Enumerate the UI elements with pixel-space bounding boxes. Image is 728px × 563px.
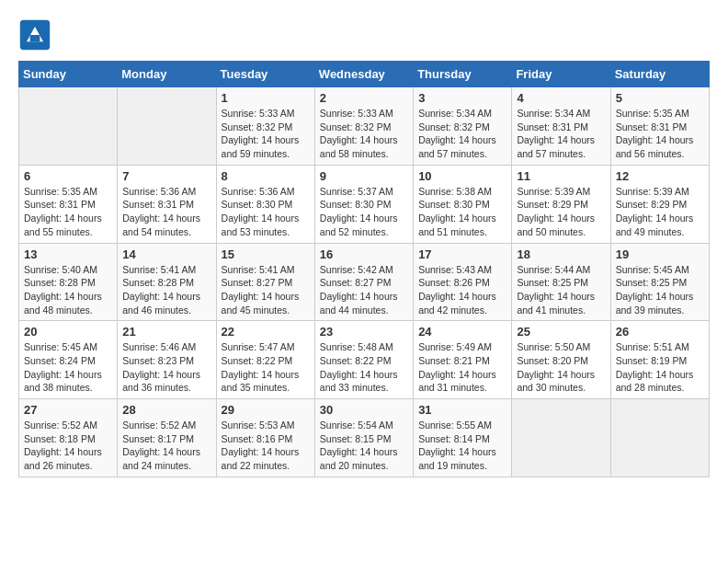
day-info: Sunrise: 5:41 AM Sunset: 8:28 PM Dayligh… (122, 263, 210, 317)
logo (18, 18, 55, 52)
day-number: 3 (418, 91, 506, 105)
calendar-cell (19, 87, 118, 166)
day-number: 21 (122, 325, 210, 339)
day-info: Sunrise: 5:52 AM Sunset: 8:18 PM Dayligh… (24, 419, 112, 473)
calendar-cell: 30Sunrise: 5:54 AM Sunset: 8:15 PM Dayli… (314, 399, 413, 477)
day-info: Sunrise: 5:48 AM Sunset: 8:22 PM Dayligh… (320, 340, 408, 395)
day-number: 29 (222, 403, 310, 417)
day-info: Sunrise: 5:37 AM Sunset: 8:30 PM Dayligh… (320, 185, 408, 239)
day-info: Sunrise: 5:49 AM Sunset: 8:21 PM Dayligh… (418, 340, 506, 395)
day-info: Sunrise: 5:55 AM Sunset: 8:14 PM Dayligh… (418, 419, 506, 473)
day-number: 1 (222, 91, 310, 105)
day-info: Sunrise: 5:45 AM Sunset: 8:25 PM Dayligh… (616, 263, 704, 317)
day-info: Sunrise: 5:40 AM Sunset: 8:28 PM Dayligh… (24, 263, 112, 317)
day-number: 26 (616, 325, 704, 339)
day-info: Sunrise: 5:34 AM Sunset: 8:32 PM Dayligh… (418, 107, 506, 161)
calendar-cell: 17Sunrise: 5:43 AM Sunset: 8:26 PM Dayli… (414, 243, 512, 321)
day-number: 20 (24, 325, 112, 339)
day-info: Sunrise: 5:42 AM Sunset: 8:27 PM Dayligh… (320, 263, 408, 317)
calendar-cell: 13Sunrise: 5:40 AM Sunset: 8:28 PM Dayli… (19, 243, 118, 321)
calendar-cell: 12Sunrise: 5:39 AM Sunset: 8:29 PM Dayli… (610, 165, 709, 243)
calendar-cell: 4Sunrise: 5:34 AM Sunset: 8:31 PM Daylig… (512, 87, 610, 166)
day-number: 17 (418, 247, 506, 261)
day-number: 14 (122, 247, 210, 261)
day-number: 5 (616, 91, 704, 105)
day-of-week-header: Friday (512, 62, 610, 87)
calendar-cell: 15Sunrise: 5:41 AM Sunset: 8:27 PM Dayli… (216, 243, 314, 321)
calendar-cell: 5Sunrise: 5:35 AM Sunset: 8:31 PM Daylig… (610, 87, 709, 166)
day-info: Sunrise: 5:43 AM Sunset: 8:26 PM Dayligh… (418, 263, 506, 317)
logo-icon (18, 18, 51, 52)
day-info: Sunrise: 5:44 AM Sunset: 8:25 PM Dayligh… (517, 263, 605, 317)
day-info: Sunrise: 5:46 AM Sunset: 8:23 PM Dayligh… (122, 340, 210, 395)
day-number: 13 (24, 247, 112, 261)
day-info: Sunrise: 5:53 AM Sunset: 8:16 PM Dayligh… (222, 419, 310, 473)
calendar-cell: 1Sunrise: 5:33 AM Sunset: 8:32 PM Daylig… (216, 87, 314, 166)
day-number: 27 (24, 403, 112, 417)
day-info: Sunrise: 5:47 AM Sunset: 8:22 PM Dayligh… (222, 340, 310, 395)
day-info: Sunrise: 5:38 AM Sunset: 8:30 PM Dayligh… (418, 185, 506, 239)
calendar-cell: 31Sunrise: 5:55 AM Sunset: 8:14 PM Dayli… (414, 399, 512, 477)
calendar-cell: 7Sunrise: 5:36 AM Sunset: 8:31 PM Daylig… (118, 165, 216, 243)
day-info: Sunrise: 5:52 AM Sunset: 8:17 PM Dayligh… (122, 419, 210, 473)
day-of-week-header: Wednesday (314, 62, 413, 87)
calendar-week-row: 6Sunrise: 5:35 AM Sunset: 8:31 PM Daylig… (19, 165, 710, 243)
day-number: 9 (320, 169, 408, 183)
day-info: Sunrise: 5:33 AM Sunset: 8:32 PM Dayligh… (320, 107, 408, 161)
calendar-week-row: 1Sunrise: 5:33 AM Sunset: 8:32 PM Daylig… (19, 87, 710, 166)
day-info: Sunrise: 5:39 AM Sunset: 8:29 PM Dayligh… (616, 185, 704, 239)
day-info: Sunrise: 5:50 AM Sunset: 8:20 PM Dayligh… (517, 340, 605, 395)
calendar-cell: 26Sunrise: 5:51 AM Sunset: 8:19 PM Dayli… (610, 321, 709, 399)
day-of-week-header: Sunday (19, 62, 118, 87)
calendar-cell: 24Sunrise: 5:49 AM Sunset: 8:21 PM Dayli… (414, 321, 512, 399)
day-number: 28 (122, 403, 210, 417)
calendar-cell: 9Sunrise: 5:37 AM Sunset: 8:30 PM Daylig… (314, 165, 413, 243)
calendar-cell: 6Sunrise: 5:35 AM Sunset: 8:31 PM Daylig… (19, 165, 118, 243)
day-number: 4 (517, 91, 605, 105)
day-info: Sunrise: 5:33 AM Sunset: 8:32 PM Dayligh… (222, 107, 310, 161)
calendar-cell: 20Sunrise: 5:45 AM Sunset: 8:24 PM Dayli… (19, 321, 118, 399)
day-info: Sunrise: 5:54 AM Sunset: 8:15 PM Dayligh… (320, 419, 408, 473)
calendar-cell: 18Sunrise: 5:44 AM Sunset: 8:25 PM Dayli… (512, 243, 610, 321)
day-info: Sunrise: 5:45 AM Sunset: 8:24 PM Dayligh… (24, 340, 112, 395)
calendar-cell: 3Sunrise: 5:34 AM Sunset: 8:32 PM Daylig… (414, 87, 512, 166)
svg-rect-2 (30, 35, 40, 41)
calendar-cell: 2Sunrise: 5:33 AM Sunset: 8:32 PM Daylig… (314, 87, 413, 166)
day-info: Sunrise: 5:35 AM Sunset: 8:31 PM Dayligh… (616, 107, 704, 161)
day-number: 24 (418, 325, 506, 339)
calendar-cell: 23Sunrise: 5:48 AM Sunset: 8:22 PM Dayli… (314, 321, 413, 399)
day-info: Sunrise: 5:41 AM Sunset: 8:27 PM Dayligh… (222, 263, 310, 317)
day-number: 6 (24, 169, 112, 183)
calendar-week-row: 13Sunrise: 5:40 AM Sunset: 8:28 PM Dayli… (19, 243, 710, 321)
day-number: 16 (320, 247, 408, 261)
calendar-cell (118, 87, 216, 166)
day-of-week-header: Tuesday (216, 62, 314, 87)
calendar-cell (512, 399, 610, 477)
day-info: Sunrise: 5:36 AM Sunset: 8:30 PM Dayligh… (222, 185, 310, 239)
day-info: Sunrise: 5:35 AM Sunset: 8:31 PM Dayligh… (24, 185, 112, 239)
day-number: 12 (616, 169, 704, 183)
day-info: Sunrise: 5:39 AM Sunset: 8:29 PM Dayligh… (517, 185, 605, 239)
calendar-cell: 29Sunrise: 5:53 AM Sunset: 8:16 PM Dayli… (216, 399, 314, 477)
calendar-cell: 11Sunrise: 5:39 AM Sunset: 8:29 PM Dayli… (512, 165, 610, 243)
calendar-cell: 27Sunrise: 5:52 AM Sunset: 8:18 PM Dayli… (19, 399, 118, 477)
day-number: 25 (517, 325, 605, 339)
calendar-cell: 21Sunrise: 5:46 AM Sunset: 8:23 PM Dayli… (118, 321, 216, 399)
calendar-header-row: SundayMondayTuesdayWednesdayThursdayFrid… (19, 62, 710, 87)
page-header (18, 18, 710, 52)
day-number: 19 (616, 247, 704, 261)
calendar-cell: 22Sunrise: 5:47 AM Sunset: 8:22 PM Dayli… (216, 321, 314, 399)
calendar-week-row: 20Sunrise: 5:45 AM Sunset: 8:24 PM Dayli… (19, 321, 710, 399)
calendar-cell: 16Sunrise: 5:42 AM Sunset: 8:27 PM Dayli… (314, 243, 413, 321)
day-number: 10 (418, 169, 506, 183)
day-info: Sunrise: 5:34 AM Sunset: 8:31 PM Dayligh… (517, 107, 605, 161)
day-number: 30 (320, 403, 408, 417)
calendar-cell: 10Sunrise: 5:38 AM Sunset: 8:30 PM Dayli… (414, 165, 512, 243)
day-number: 15 (222, 247, 310, 261)
day-info: Sunrise: 5:51 AM Sunset: 8:19 PM Dayligh… (616, 340, 704, 395)
day-number: 11 (517, 169, 605, 183)
calendar-week-row: 27Sunrise: 5:52 AM Sunset: 8:18 PM Dayli… (19, 399, 710, 477)
day-number: 31 (418, 403, 506, 417)
day-info: Sunrise: 5:36 AM Sunset: 8:31 PM Dayligh… (122, 185, 210, 239)
day-of-week-header: Monday (118, 62, 216, 87)
